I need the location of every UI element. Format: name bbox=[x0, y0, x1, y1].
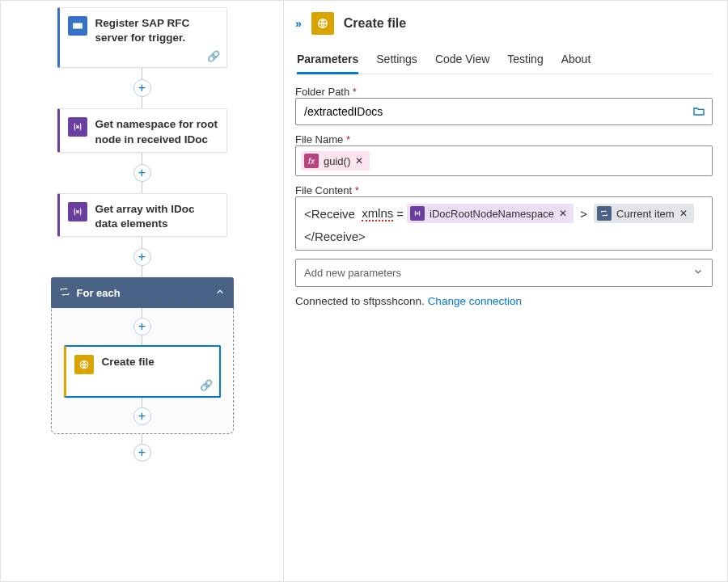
node-sap-trigger[interactable]: Register SAP RFC server for trigger. 🔗 bbox=[57, 7, 227, 68]
svg-rect-0 bbox=[73, 23, 83, 29]
chip-label: iDocRootNodeNamespace bbox=[430, 208, 554, 220]
literal-text: > bbox=[577, 207, 590, 221]
chip-label: guid() bbox=[324, 155, 350, 167]
connection-name: sftpsshconn bbox=[363, 295, 421, 307]
details-panel: » Create file Parameters Settings Code V… bbox=[284, 1, 727, 581]
chevron-up-icon[interactable] bbox=[214, 286, 226, 300]
folder-path-input[interactable] bbox=[296, 99, 686, 124]
insert-step-button[interactable]: + bbox=[133, 164, 151, 182]
variable-icon bbox=[410, 206, 425, 221]
panel-title: Create file bbox=[344, 16, 406, 31]
insert-step-button[interactable]: + bbox=[133, 79, 151, 97]
tab-testing[interactable]: Testing bbox=[507, 46, 543, 74]
insert-step-button[interactable]: + bbox=[133, 444, 151, 462]
variable-icon bbox=[68, 117, 87, 137]
node-title: Create file bbox=[102, 355, 154, 369]
file-content-label: File Content * bbox=[295, 184, 713, 196]
sftp-icon bbox=[311, 12, 334, 35]
expression-chip[interactable]: fx guid() ✕ bbox=[301, 151, 370, 171]
chip-remove-button[interactable]: ✕ bbox=[355, 155, 363, 167]
foreach-header[interactable]: For each bbox=[51, 277, 234, 308]
connector: + bbox=[22, 237, 262, 277]
loop-icon bbox=[59, 286, 70, 300]
literal-text: <Receive bbox=[304, 207, 358, 221]
file-name-input[interactable]: fx guid() ✕ bbox=[295, 146, 713, 176]
connector: + bbox=[22, 434, 262, 462]
tab-parameters[interactable]: Parameters bbox=[297, 46, 358, 74]
panel-tabs: Parameters Settings Code View Testing Ab… bbox=[295, 46, 713, 74]
file-name-label: File Name * bbox=[295, 133, 713, 146]
folder-path-row bbox=[295, 98, 713, 125]
designer-canvas: Register SAP RFC server for trigger. 🔗 +… bbox=[1, 1, 284, 581]
node-create-file[interactable]: Create file 🔗 bbox=[64, 345, 221, 398]
literal-text: </Receive> bbox=[304, 230, 366, 243]
link-icon: 🔗 bbox=[200, 379, 213, 391]
add-parameters-label: Add new parameters bbox=[304, 267, 401, 279]
tab-settings[interactable]: Settings bbox=[376, 46, 417, 74]
literal-text: = bbox=[396, 207, 404, 221]
file-content-input[interactable]: <Receive xmlns= iDocRootNodeNamespace ✕ … bbox=[295, 196, 713, 251]
chevron-down-icon bbox=[692, 266, 704, 280]
collapse-panel-button[interactable]: » bbox=[295, 17, 302, 30]
node-title: Get namespace for root node in received … bbox=[95, 117, 218, 146]
chip-remove-button[interactable]: ✕ bbox=[559, 208, 567, 219]
parameters-form: Folder Path * File Name * fx guid bbox=[295, 86, 713, 307]
foreach-title: For each bbox=[77, 287, 121, 299]
link-icon: 🔗 bbox=[207, 50, 220, 62]
chip-label: Current item bbox=[616, 208, 675, 220]
node-get-array[interactable]: Get array with IDoc data elements bbox=[57, 193, 227, 237]
change-connection-link[interactable]: Change connection bbox=[428, 295, 522, 307]
panel-header: » Create file bbox=[295, 9, 713, 35]
variable-icon bbox=[68, 202, 87, 221]
add-parameters-dropdown[interactable]: Add new parameters bbox=[295, 259, 713, 287]
node-get-namespace[interactable]: Get namespace for root node in received … bbox=[57, 108, 227, 152]
insert-step-button[interactable]: + bbox=[133, 248, 151, 266]
chip-remove-button[interactable]: ✕ bbox=[679, 208, 688, 219]
currentitem-chip[interactable]: Current item ✕ bbox=[594, 204, 694, 223]
fx-icon: fx bbox=[304, 154, 319, 168]
node-title: Register SAP RFC server for trigger. bbox=[95, 16, 218, 45]
connector: + bbox=[22, 153, 262, 193]
sap-icon bbox=[68, 16, 87, 36]
connector: + bbox=[22, 68, 262, 108]
connector: + bbox=[58, 308, 226, 345]
insert-step-button[interactable]: + bbox=[133, 407, 151, 425]
app-root: Register SAP RFC server for trigger. 🔗 +… bbox=[0, 0, 728, 582]
folder-picker-button[interactable] bbox=[686, 99, 712, 124]
literal-text: xmlns bbox=[362, 206, 393, 221]
insert-step-button[interactable]: + bbox=[133, 318, 151, 335]
foreach-container: For each + Create file 🔗 bbox=[51, 277, 234, 434]
tab-about[interactable]: About bbox=[561, 46, 591, 74]
folder-path-label: Folder Path * bbox=[295, 86, 713, 98]
node-title: Get array with IDoc data elements bbox=[95, 202, 218, 231]
tab-code-view[interactable]: Code View bbox=[435, 46, 489, 74]
connector: + bbox=[58, 398, 226, 425]
sftp-icon bbox=[74, 355, 94, 374]
loop-icon bbox=[597, 206, 612, 221]
connection-info: Connected to sftpsshconn. Change connect… bbox=[295, 295, 713, 307]
variable-chip[interactable]: iDocRootNodeNamespace ✕ bbox=[407, 204, 574, 223]
